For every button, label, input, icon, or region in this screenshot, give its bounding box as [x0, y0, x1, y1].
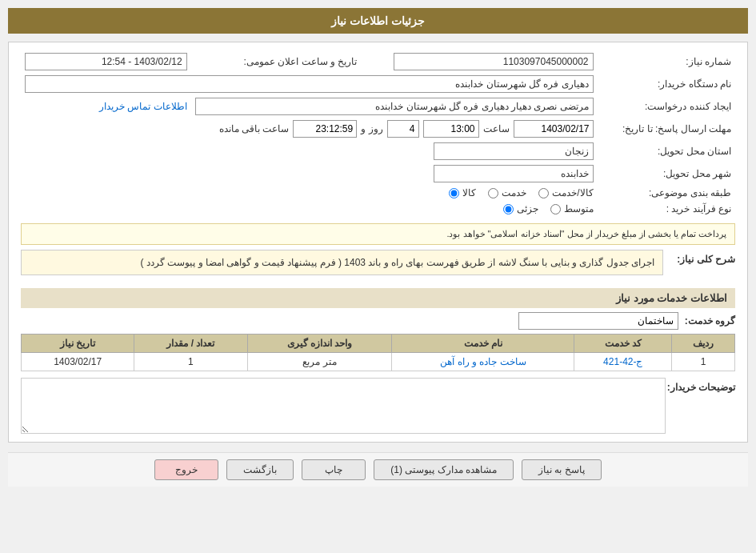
deadline-time-input[interactable] — [423, 120, 479, 138]
radio-khadamat-label: خدمت — [502, 187, 526, 198]
deadline-days-input[interactable] — [387, 120, 419, 138]
deadline-days-label: روز و — [361, 123, 382, 134]
category-label: طبقه بندی موضوعی: — [598, 185, 735, 201]
need-desc-container: شرح کلی نیاز: اجرای جدول گذاری و بنایی ب… — [21, 250, 735, 282]
page-header: جزئیات اطلاعات نیاز — [8, 8, 748, 34]
radio-jazzi[interactable] — [503, 204, 514, 214]
view-docs-button[interactable]: مشاهده مدارک پیوستی (1) — [374, 459, 514, 480]
col-name: نام خدمت — [392, 335, 574, 353]
services-section-header: اطلاعات خدمات مورد نیاز — [21, 288, 735, 308]
cell-name[interactable]: ساخت جاده و راه آهن — [392, 353, 574, 371]
city-label: شهر محل تحویل: — [598, 162, 735, 185]
need-desc-label: شرح کلی نیاز: — [671, 250, 735, 265]
col-radif: ردیف — [672, 335, 735, 353]
province-label: استان محل تحویل: — [598, 140, 735, 162]
category-khadamat[interactable]: خدمت — [488, 187, 526, 198]
contact-link[interactable]: اطلاعات تماس خریدار — [99, 101, 187, 112]
print-button[interactable]: چاپ — [302, 459, 366, 480]
col-code: کد خدمت — [574, 335, 672, 353]
radio-kala-label: کالا — [462, 187, 476, 198]
province-input[interactable] — [434, 142, 594, 160]
radio-kala-khadamat[interactable] — [538, 188, 549, 198]
radio-khadamat[interactable] — [488, 188, 498, 198]
deadline-label: مهلت ارسال پاسخ: تا تاریخ: — [598, 118, 735, 140]
service-group-input[interactable] — [518, 312, 678, 330]
col-unit: واحد اندازه گیری — [247, 335, 392, 353]
deadline-time-label: ساعت — [483, 123, 510, 134]
need-number-label: شماره نیاز: — [598, 50, 735, 73]
buyer-notes-section: توضیحات خریدار: — [21, 378, 735, 434]
col-date: تاریخ نیاز — [22, 335, 134, 353]
page-title: جزئیات اطلاعات نیاز — [331, 14, 425, 27]
bottom-buttons: پاسخ به نیاز مشاهده مدارک پیوستی (1) چاپ… — [8, 452, 748, 487]
category-group: کالا/خدمت خدمت کالا — [449, 187, 593, 198]
deadline-remaining-input[interactable] — [293, 120, 357, 138]
buyer-name-label: نام دستگاه خریدار: — [598, 73, 735, 95]
cell-unit: متر مربع — [247, 353, 392, 371]
reply-button[interactable]: پاسخ به نیاز — [522, 459, 602, 480]
radio-kala-khadamat-label: کالا/خدمت — [552, 187, 593, 198]
announce-date-input[interactable] — [25, 53, 187, 70]
form-table-1: شماره نیاز: تاریخ و ساعت اعلان عمومی: نا… — [21, 50, 735, 217]
need-number-input[interactable] — [394, 53, 594, 70]
radio-motavaset[interactable] — [550, 204, 561, 214]
buyer-notes-textarea[interactable] — [21, 378, 666, 434]
cell-code[interactable]: ج-42-421 — [574, 353, 672, 371]
city-input[interactable] — [434, 165, 594, 182]
buy-type-label: نوع فرآیند خرید : — [598, 201, 735, 217]
buy-type-motavaset[interactable]: متوسط — [550, 203, 594, 214]
creator-input[interactable] — [195, 98, 594, 115]
buy-type-jazzi[interactable]: جزئی — [503, 203, 538, 214]
buyer-name-input[interactable] — [25, 75, 594, 93]
exit-button[interactable]: خروج — [154, 459, 218, 480]
cell-date: 1403/02/17 — [22, 353, 134, 371]
col-qty: تعداد / مقدار — [134, 335, 247, 353]
deadline-row: ساعت روز و ساعت باقی مانده — [25, 120, 594, 138]
radio-kala[interactable] — [449, 188, 459, 198]
category-kala[interactable]: کالا — [449, 187, 476, 198]
need-desc-text: اجرای جدول گذاری و بنایی با سنگ لاشه از … — [21, 250, 663, 275]
deadline-date-input[interactable] — [514, 120, 594, 138]
main-panel: شماره نیاز: تاریخ و ساعت اعلان عمومی: نا… — [8, 42, 748, 443]
page-container: جزئیات اطلاعات نیاز شماره نیاز: تاریخ و … — [0, 0, 756, 553]
cell-radif: 1 — [672, 353, 735, 371]
payment-note-text: پرداخت تمام یا بخشی از مبلغ خریدار از مح… — [446, 229, 726, 238]
service-group-label: گروه خدمت: — [685, 315, 735, 327]
payment-note: پرداخت تمام یا بخشی از مبلغ خریدار از مح… — [21, 223, 735, 245]
category-kala-khadamat[interactable]: کالا/خدمت — [538, 187, 593, 198]
services-table: ردیف کد خدمت نام خدمت واحد اندازه گیری ت… — [21, 334, 735, 371]
radio-jazzi-label: جزئی — [517, 203, 538, 214]
back-button[interactable]: بازگشت — [226, 459, 294, 480]
service-group-row: گروه خدمت: — [21, 312, 735, 330]
buyer-notes-label: توضیحات خریدار: — [674, 378, 735, 393]
radio-motavaset-label: متوسط — [564, 203, 594, 214]
buy-type-group: متوسط جزئی — [503, 203, 594, 214]
table-row: 1 ج-42-421 ساخت جاده و راه آهن متر مربع … — [22, 353, 735, 371]
announce-date-label: تاریخ و ساعت اعلان عمومی: — [191, 50, 362, 73]
cell-qty: 1 — [134, 353, 247, 371]
creator-label: ایجاد کننده درخواست: — [598, 95, 735, 118]
deadline-remaining-label: ساعت باقی مانده — [219, 123, 290, 134]
